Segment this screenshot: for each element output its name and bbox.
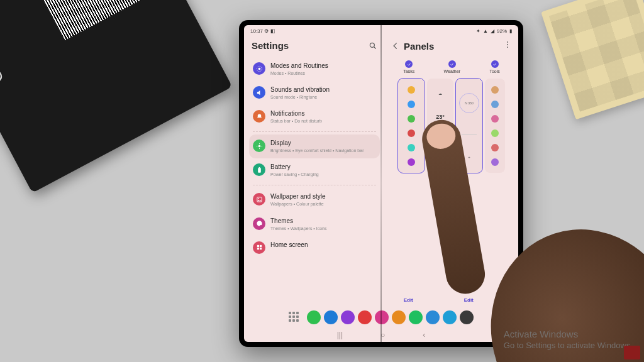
edit-link[interactable]: Edit — [464, 297, 474, 303]
svg-point-17 — [507, 41, 508, 43]
check-icon — [448, 60, 456, 68]
dock-app[interactable] — [460, 310, 474, 324]
divider — [433, 138, 448, 138]
avatar — [491, 158, 499, 166]
settings-item-subtitle: Status bar • Do not disturb — [270, 118, 322, 124]
desk-surface: Galaxy Z Fold6 10:37 ⚙ ◧ ✦ ▲ ◢ 92% ▮ — [0, 0, 644, 362]
settings-item-home[interactable]: Home screen — [249, 236, 380, 259]
settings-item-subtitle: Power saving • Charging — [270, 172, 319, 177]
nav-back[interactable]: ‹ — [423, 331, 425, 339]
svg-point-18 — [507, 44, 508, 45]
panels-pane: Panels TasksWeatherTools — [385, 36, 518, 307]
panel-tab-tools[interactable]: Tools — [489, 60, 499, 74]
mini-app-icon — [408, 101, 415, 108]
product-box: Galaxy Z Fold6 — [0, 0, 232, 193]
barcode — [42, 0, 165, 40]
dock-app[interactable] — [443, 310, 457, 324]
svg-rect-15 — [257, 248, 258, 250]
add-icon: + — [468, 155, 470, 159]
battery-icon — [253, 163, 265, 176]
settings-item-title: Notifications — [270, 110, 322, 118]
check-icon — [491, 60, 499, 68]
svg-rect-10 — [258, 167, 260, 168]
display-icon — [253, 140, 265, 152]
panel-tab-label: Tools — [489, 69, 499, 74]
avatar — [491, 129, 499, 137]
sound-icon — [253, 86, 265, 99]
taskbar-dock[interactable] — [244, 307, 518, 328]
settings-item-notif[interactable]: NotificationsStatus bar • Do not disturb — [249, 105, 380, 129]
panel-tab-label: Weather — [444, 69, 460, 74]
dock-app[interactable] — [358, 310, 372, 324]
dock-app[interactable] — [341, 310, 355, 324]
dock-app[interactable] — [409, 310, 423, 324]
panel-preview-apps[interactable] — [398, 79, 425, 173]
screen: 10:37 ⚙ ◧ ✦ ▲ ◢ 92% ▮ Settings — [244, 25, 518, 342]
activate-windows-watermark: Activate Windows Go to Settings to activ… — [504, 329, 633, 351]
avatar — [491, 101, 499, 108]
svg-rect-16 — [259, 248, 261, 250]
settings-item-title: Modes and Routines — [270, 62, 328, 70]
panel-tabs: TasksWeatherTools — [389, 58, 514, 75]
dock-app[interactable] — [375, 310, 389, 324]
svg-rect-14 — [259, 245, 261, 247]
settings-pane: Settings Modes and RoutinesModes • Routi… — [244, 36, 385, 307]
signal-icon: ◢ — [491, 28, 494, 34]
mini-app-icon — [408, 158, 415, 166]
dock-app[interactable] — [426, 310, 440, 324]
settings-item-subtitle: Modes • Routines — [270, 70, 328, 76]
watermark-sub: Go to Settings to activate Windows. — [504, 341, 633, 351]
vibrate-icon: ✦ — [476, 28, 480, 34]
tablet-device: 10:37 ⚙ ◧ ✦ ▲ ◢ 92% ▮ Settings — [239, 20, 523, 347]
settings-item-battery[interactable]: BatteryPower saving • Charging — [249, 158, 380, 182]
svg-point-2 — [258, 67, 260, 70]
dock-app[interactable] — [392, 310, 406, 324]
panel-preview-weather[interactable]: ☁ 23° + — [427, 79, 453, 173]
battery-icon: ▮ — [509, 28, 512, 34]
panel-tab-weather[interactable]: Weather — [444, 60, 460, 74]
settings-item-display[interactable]: DisplayBrightness • Eye comfort shield •… — [249, 134, 380, 158]
settings-item-wallpaper[interactable]: Wallpaper and styleWallpapers • Colour p… — [249, 188, 380, 212]
panels-title: Panels — [404, 41, 434, 52]
avatar — [491, 144, 499, 151]
dock-app[interactable] — [307, 310, 321, 324]
weather-temp: 23° — [436, 114, 445, 120]
settings-item-title: Display — [270, 140, 364, 147]
avatar — [491, 115, 499, 123]
settings-item-modes[interactable]: Modes and RoutinesModes • Routines — [249, 57, 380, 81]
settings-item-themes[interactable]: ThemesThemes • Wallpapers • Icons — [249, 212, 380, 236]
notif-icon — [253, 110, 265, 123]
apps-running-icon: ◧ — [270, 28, 275, 34]
nav-home[interactable]: ○ — [380, 331, 385, 339]
app-drawer-icon[interactable] — [289, 312, 300, 323]
status-time: 10:37 — [250, 28, 263, 34]
back-icon[interactable] — [391, 41, 400, 50]
panel-tab-tasks[interactable]: Tasks — [403, 60, 414, 74]
themes-icon — [253, 217, 265, 230]
home-icon — [253, 241, 265, 254]
panels-header: Panels — [389, 36, 514, 58]
panel-tab-label: Tasks — [403, 69, 414, 74]
panel-preview-tools[interactable]: N 330 + — [456, 79, 482, 173]
dock-app[interactable] — [324, 310, 338, 324]
settings-list[interactable]: Modes and RoutinesModes • RoutinesSounds… — [249, 57, 380, 307]
nav-recents[interactable]: ||| — [337, 331, 343, 339]
settings-item-title: Battery — [270, 163, 319, 171]
settings-item-title: Home screen — [270, 241, 308, 249]
wallpaper-icon — [253, 193, 265, 206]
avatar — [491, 86, 499, 94]
edit-link[interactable]: Edit — [404, 297, 413, 303]
check-icon — [405, 60, 413, 68]
settings-item-sound[interactable]: Sounds and vibrationSound mode • Rington… — [249, 81, 380, 105]
settings-item-title: Sounds and vibration — [270, 86, 330, 94]
settings-header: Settings — [249, 36, 380, 57]
more-icon[interactable] — [503, 40, 512, 52]
add-icon: + — [439, 156, 441, 160]
panel-preview-people[interactable] — [485, 79, 505, 173]
settings-item-title: Themes — [270, 217, 326, 225]
svg-point-19 — [507, 47, 508, 48]
battery-pct: 92% — [497, 28, 507, 34]
search-icon[interactable] — [369, 41, 377, 50]
weather-cloud-icon: ☁ — [438, 91, 442, 96]
section-divider — [253, 131, 376, 132]
